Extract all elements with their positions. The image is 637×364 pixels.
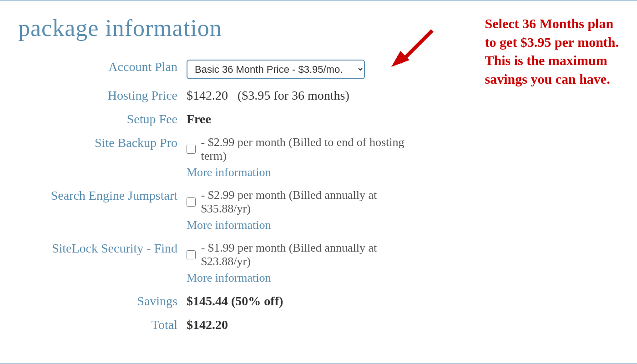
search-engine-row: Search Engine Jumpstart - $2.99 per mont… — [18, 184, 428, 237]
svg-marker-1 — [391, 51, 410, 67]
sitelock-row: SiteLock Security - Find - $1.99 per mon… — [18, 237, 428, 289]
search-engine-label: Search Engine Jumpstart — [18, 184, 187, 237]
callout-box: Select 36 Months plan to get $3.95 per m… — [485, 15, 619, 88]
arrow-indicator — [387, 26, 441, 73]
sitelock-addon-line: - $1.99 per month (Billed annually at $2… — [187, 241, 428, 268]
savings-label: Savings — [18, 289, 187, 313]
sitelock-checkbox[interactable] — [187, 250, 196, 259]
setup-fee-row: Setup Fee Free — [18, 107, 428, 131]
site-backup-value: - $2.99 per month (Billed to end of host… — [187, 131, 428, 184]
hosting-price-note: ($3.95 for 36 months) — [238, 88, 349, 102]
package-form: Account Plan Basic 36 Month Price - $3.9… — [18, 55, 428, 337]
setup-fee-label: Setup Fee — [18, 107, 187, 131]
total-value: $142.20 — [187, 313, 428, 337]
search-engine-checkbox[interactable] — [187, 197, 196, 207]
account-plan-select[interactable]: Basic 36 Month Price - $3.95/mo.Basic 24… — [187, 60, 365, 79]
savings-value: $145.44 (50% off) — [187, 289, 428, 313]
site-backup-row: Site Backup Pro - $2.99 per month (Bille… — [18, 131, 428, 184]
search-engine-more-info-link[interactable]: More information — [187, 218, 428, 232]
total-label: Total — [18, 313, 187, 337]
site-backup-more-info-link[interactable]: More information — [187, 166, 428, 179]
site-backup-label: Site Backup Pro — [18, 131, 187, 184]
sitelock-value: - $1.99 per month (Billed annually at $2… — [187, 237, 428, 289]
callout-text: Select 36 Months plan to get $3.95 per m… — [485, 16, 619, 86]
hosting-price-value: $142.20 ($3.95 for 36 months) — [187, 84, 428, 107]
total-row: Total $142.20 — [18, 313, 428, 337]
savings-row: Savings $145.44 (50% off) — [18, 289, 428, 313]
account-plan-row: Account Plan Basic 36 Month Price - $3.9… — [18, 55, 428, 84]
sitelock-label: SiteLock Security - Find — [18, 237, 187, 289]
site-backup-checkbox[interactable] — [187, 145, 196, 154]
search-engine-addon-line: - $2.99 per month (Billed annually at $3… — [187, 188, 428, 216]
hosting-price-label: Hosting Price — [18, 84, 187, 107]
site-backup-addon-line: - $2.99 per month (Billed to end of host… — [187, 136, 428, 163]
account-plan-label: Account Plan — [18, 55, 187, 84]
hosting-price-row: Hosting Price $142.20 ($3.95 for 36 mont… — [18, 84, 428, 107]
setup-fee-value: Free — [187, 107, 428, 131]
search-engine-value: - $2.99 per month (Billed annually at $3… — [187, 184, 428, 237]
page-container: package information Select 36 Months pla… — [0, 1, 637, 363]
sitelock-more-info-link[interactable]: More information — [187, 271, 428, 285]
